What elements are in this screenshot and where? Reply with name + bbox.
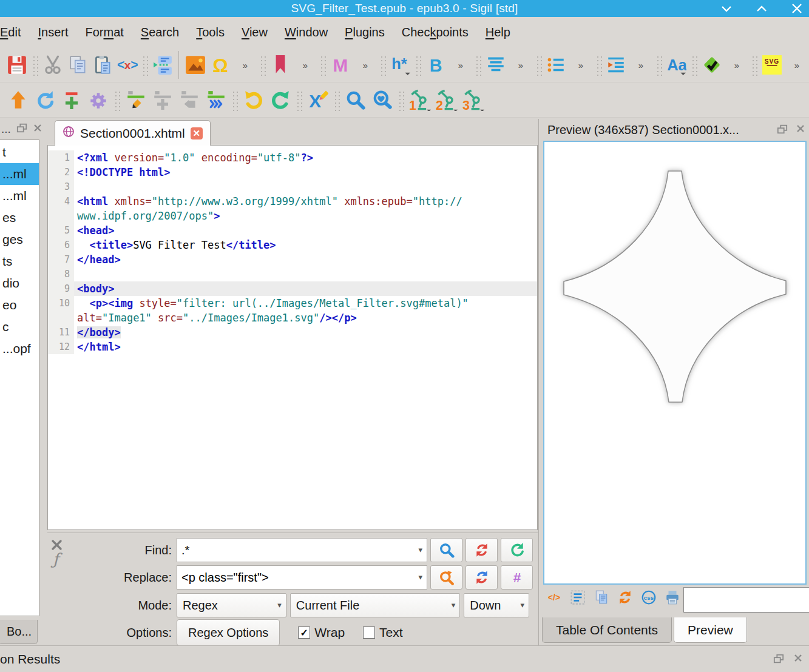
mode-select[interactable]: Regex ▾ xyxy=(177,593,286,617)
cut-icon[interactable] xyxy=(40,51,65,79)
code-view[interactable]: 1<?xml version="1.0" encoding="utf-8"?>2… xyxy=(47,146,538,530)
book-browser-item[interactable]: ges xyxy=(0,229,39,250)
overflow-chevron-icon[interactable]: » xyxy=(353,51,377,79)
checkpoint-restore-icon[interactable] xyxy=(176,86,203,114)
special-character-icon[interactable]: Ω xyxy=(208,51,232,79)
titlebar[interactable]: SVG_Filter_Test.epub - epub3.0 - Sigil [… xyxy=(0,0,809,17)
book-browser-item[interactable]: c xyxy=(0,316,39,338)
bold-icon[interactable]: B xyxy=(424,51,449,79)
plugin-3-icon[interactable]: 3 xyxy=(460,86,487,114)
bookmark-icon[interactable] xyxy=(268,51,293,79)
regex-options-button[interactable]: Regex Options xyxy=(177,619,280,646)
checkpoint-new-icon[interactable] xyxy=(58,86,85,114)
tab-close-icon[interactable]: ✕ xyxy=(191,127,203,139)
overflow-chevron-icon[interactable]: » xyxy=(449,51,473,79)
book-browser-item[interactable]: ...ml xyxy=(0,163,39,185)
tab-table-of-contents[interactable]: Table Of Contents xyxy=(542,617,672,643)
float-icon[interactable] xyxy=(773,653,785,667)
close-icon[interactable] xyxy=(796,124,805,137)
copy-icon[interactable] xyxy=(65,51,90,79)
find-input[interactable] xyxy=(177,543,427,557)
svg-badge-icon[interactable]: SVG xyxy=(759,51,784,79)
menu-item-help[interactable]: Help xyxy=(477,22,519,43)
direction-select[interactable]: Down ▾ xyxy=(464,593,529,617)
replace-input[interactable] xyxy=(177,571,427,585)
close-icon[interactable] xyxy=(790,2,804,15)
book-browser-item[interactable]: t xyxy=(0,141,39,163)
book-browser-item[interactable]: es xyxy=(0,207,39,229)
book-browser-item[interactable]: eo xyxy=(0,294,39,316)
find-special-icon[interactable] xyxy=(369,86,396,114)
css-icon[interactable]: css xyxy=(641,590,657,608)
menu-item-insert[interactable]: Insert xyxy=(29,22,76,43)
function-icon[interactable]: ƒ xyxy=(53,550,59,568)
replace-current-button[interactable] xyxy=(465,565,498,590)
menu-item-view[interactable]: View xyxy=(233,22,276,43)
checkpoint-forward-icon[interactable] xyxy=(203,86,229,114)
wrap-checkbox[interactable]: ✓ xyxy=(298,627,310,639)
count-hash-button[interactable]: # xyxy=(501,565,533,590)
overflow-chevron-icon[interactable]: » xyxy=(569,51,594,79)
plugin-2-icon[interactable]: 2 xyxy=(433,86,460,114)
copy-blue-icon[interactable] xyxy=(594,590,609,608)
bullet-list-icon[interactable] xyxy=(544,51,569,79)
text-case-icon[interactable]: Aa xyxy=(664,51,689,79)
close-icon[interactable] xyxy=(793,653,803,667)
indent-icon[interactable] xyxy=(604,51,629,79)
redo-icon[interactable] xyxy=(267,86,294,114)
overflow-chevron-icon[interactable]: » xyxy=(784,51,809,79)
metadata-icon[interactable]: M xyxy=(328,51,353,79)
checkpoint-edit-icon[interactable] xyxy=(123,86,149,114)
inspect-icon[interactable]: </> xyxy=(546,590,562,608)
well-formed-icon[interactable] xyxy=(699,51,724,79)
book-browser-item[interactable]: ...opf xyxy=(0,338,39,360)
preview-address-input[interactable] xyxy=(683,587,809,613)
undo-icon[interactable] xyxy=(240,86,267,114)
tab-section0001[interactable]: Section0001.xhtml ✕ xyxy=(55,120,211,146)
overflow-chevron-icon[interactable]: » xyxy=(232,51,257,79)
scope-select[interactable]: Current File ▾ xyxy=(290,593,460,617)
menu-item-format[interactable]: Format xyxy=(77,22,132,43)
menu-item-search[interactable]: Search xyxy=(132,22,188,43)
gear-icon[interactable] xyxy=(85,86,112,114)
minimize-icon[interactable] xyxy=(719,2,734,15)
arrow-up-icon[interactable] xyxy=(5,86,32,114)
maximize-icon[interactable] xyxy=(754,2,769,15)
replace-find-button[interactable] xyxy=(430,565,462,590)
insert-split-icon[interactable] xyxy=(150,51,175,79)
book-browser-item[interactable]: ...ml xyxy=(0,185,39,207)
float-icon[interactable] xyxy=(776,124,788,137)
plugin-1-icon[interactable]: 1 xyxy=(407,86,433,114)
find-input-combo[interactable]: ▾ xyxy=(177,538,427,562)
replace-all-button[interactable] xyxy=(465,538,498,562)
checkpoint-add-icon[interactable] xyxy=(149,86,176,114)
overflow-chevron-icon[interactable]: » xyxy=(629,51,654,79)
menu-item-edit[interactable]: Edit xyxy=(0,22,29,43)
menu-item-window[interactable]: Window xyxy=(276,22,336,43)
menu-item-checkpoints[interactable]: Checkpoints xyxy=(393,22,477,43)
count-all-button[interactable] xyxy=(501,538,533,562)
print-icon[interactable] xyxy=(665,590,680,608)
find-next-button[interactable] xyxy=(430,538,462,562)
heading-icon[interactable]: h* xyxy=(388,51,413,79)
overflow-chevron-icon[interactable]: » xyxy=(724,51,749,79)
insert-image-icon[interactable] xyxy=(183,51,208,79)
text-checkbox[interactable] xyxy=(363,627,375,639)
splitter-handle[interactable] xyxy=(538,119,539,645)
tab-preview[interactable]: Preview xyxy=(674,617,747,643)
book-browser-item[interactable]: dio xyxy=(0,272,39,294)
save-icon[interactable] xyxy=(5,51,30,79)
chevron-down-icon[interactable]: ▾ xyxy=(418,545,422,554)
reload-icon[interactable] xyxy=(32,86,58,114)
rename-icon[interactable]: X xyxy=(305,86,331,114)
code-view-icon[interactable]: <x> xyxy=(115,51,140,79)
menu-item-plugins[interactable]: Plugins xyxy=(336,22,393,43)
float-icon[interactable] xyxy=(16,123,28,136)
align-center-icon[interactable] xyxy=(484,51,509,79)
reload-orange-icon[interactable] xyxy=(617,590,633,608)
tab-book-browser[interactable]: Bo... xyxy=(0,620,38,644)
paste-icon[interactable] xyxy=(90,51,115,79)
overflow-chevron-icon[interactable]: » xyxy=(293,51,317,79)
overflow-chevron-icon[interactable]: » xyxy=(509,51,533,79)
find-icon[interactable] xyxy=(342,86,369,114)
